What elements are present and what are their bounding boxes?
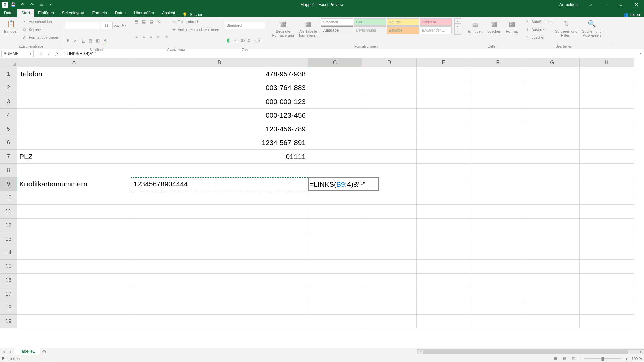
row-header[interactable]: 11 xyxy=(0,205,17,219)
cell-h12[interactable] xyxy=(580,219,634,232)
close-button[interactable]: ✕ xyxy=(629,0,644,9)
cell-a6[interactable] xyxy=(17,136,131,150)
format-painter-button[interactable]: 🖌Format übertragen xyxy=(22,34,59,41)
cell-c15[interactable] xyxy=(308,260,362,274)
row-header[interactable]: 16 xyxy=(0,274,17,287)
bold-button[interactable]: F xyxy=(65,37,72,44)
cell-f13[interactable] xyxy=(471,232,525,246)
ribbon-options-icon[interactable]: ▭ xyxy=(582,0,598,9)
cell-e14[interactable] xyxy=(417,246,471,260)
row-header[interactable]: 5 xyxy=(0,122,17,136)
cell-h11[interactable] xyxy=(580,205,634,219)
tab-file[interactable]: Datei xyxy=(0,9,17,17)
cell-d16[interactable] xyxy=(362,274,417,287)
cell-h4[interactable] xyxy=(580,109,634,122)
row-header[interactable]: 13 xyxy=(0,232,17,246)
row-header[interactable]: 12 xyxy=(0,219,17,232)
column-header-f[interactable]: F xyxy=(471,58,525,67)
cell-c1[interactable] xyxy=(308,67,362,81)
cell-e19[interactable] xyxy=(417,315,471,328)
signin-button[interactable]: Anmelden xyxy=(555,2,582,7)
cell-a11[interactable] xyxy=(17,205,131,219)
wrap-text-button[interactable]: ↩Textumbruch xyxy=(171,18,219,25)
cell-c8[interactable] xyxy=(308,164,362,177)
cell-f5[interactable] xyxy=(471,122,525,136)
cell-a18[interactable] xyxy=(17,301,131,315)
cell-c7[interactable] xyxy=(308,150,362,164)
tell-me-search[interactable]: 💡 Suchen xyxy=(179,12,207,17)
fill-button[interactable]: ↧Ausfüllen xyxy=(525,26,552,33)
enter-formula-button[interactable]: ✓ xyxy=(45,50,53,57)
cell-e3[interactable] xyxy=(417,95,471,109)
cell-g2[interactable] xyxy=(525,81,580,95)
tab-review[interactable]: Überprüfen xyxy=(130,9,158,17)
cell-e6[interactable] xyxy=(417,136,471,150)
row-header[interactable]: 6 xyxy=(0,136,17,150)
cell-c18[interactable] xyxy=(308,301,362,315)
cell-a17[interactable] xyxy=(17,287,131,301)
cell-f19[interactable] xyxy=(471,315,525,328)
cell-c3[interactable] xyxy=(308,95,362,109)
cell-e1[interactable] xyxy=(417,67,471,81)
cell-c19[interactable] xyxy=(308,315,362,328)
cell-b13[interactable] xyxy=(131,232,308,246)
cell-h16[interactable] xyxy=(580,274,634,287)
tab-pagelayout[interactable]: Seitenlayout xyxy=(58,9,88,17)
cell-g19[interactable] xyxy=(525,315,580,328)
row-header[interactable]: 2 xyxy=(0,81,17,95)
cell-f2[interactable] xyxy=(471,81,525,95)
insert-cells-button[interactable]: ▦Einfügen xyxy=(467,18,484,34)
row-header[interactable]: 14 xyxy=(0,246,17,260)
border-button[interactable]: ▦ xyxy=(87,37,94,44)
cell-a12[interactable] xyxy=(17,219,131,232)
styles-scroll-up-icon[interactable]: ▴ xyxy=(454,18,461,24)
cell-e2[interactable] xyxy=(417,81,471,95)
autosum-button[interactable]: ΣAutoSumme xyxy=(525,18,552,25)
cell-a14[interactable] xyxy=(17,246,131,260)
view-pagelayout-icon[interactable]: ▤ xyxy=(561,356,568,361)
column-header-g[interactable]: G xyxy=(525,58,580,67)
cell-c12[interactable] xyxy=(308,219,362,232)
cell-c4[interactable] xyxy=(308,109,362,122)
cell-h9[interactable] xyxy=(580,177,634,191)
cancel-formula-button[interactable]: ✕ xyxy=(37,50,45,57)
clear-button[interactable]: ◇Löschen xyxy=(525,34,552,41)
cell-f3[interactable] xyxy=(471,95,525,109)
cell-e7[interactable] xyxy=(417,150,471,164)
sheet-tab-tabelle1[interactable]: Tabelle1 xyxy=(15,348,40,355)
zoom-slider[interactable] xyxy=(584,358,621,359)
cell-d1[interactable] xyxy=(362,67,417,81)
cell-b16[interactable] xyxy=(131,274,308,287)
view-pagebreak-icon[interactable]: ▥ xyxy=(570,356,577,361)
cell-b5[interactable]: 123-456-789 xyxy=(131,122,308,136)
cell-f8[interactable] xyxy=(471,164,525,177)
cell-h6[interactable] xyxy=(580,136,634,150)
namebox-dropdown-icon[interactable]: ▾ xyxy=(30,52,31,55)
cell-f14[interactable] xyxy=(471,246,525,260)
cell-d18[interactable] xyxy=(362,301,417,315)
cell-d19[interactable] xyxy=(362,315,417,328)
cell-a2[interactable] xyxy=(17,81,131,95)
column-header-h[interactable]: H xyxy=(580,58,634,67)
cell-h19[interactable] xyxy=(580,315,634,328)
style-eingabe[interactable]: Eingabe xyxy=(387,26,419,34)
cell-g13[interactable] xyxy=(525,232,580,246)
column-header-d[interactable]: D xyxy=(362,58,417,67)
cell-e13[interactable] xyxy=(417,232,471,246)
paste-button[interactable]: 📋 Einfügen xyxy=(3,18,20,34)
cell-b4[interactable]: 000-123-456 xyxy=(131,109,308,122)
percent-format-icon[interactable]: % xyxy=(232,37,239,44)
cell-h5[interactable] xyxy=(580,122,634,136)
cell-d10[interactable] xyxy=(362,191,417,205)
cell-g1[interactable] xyxy=(525,67,580,81)
cell-c11[interactable] xyxy=(308,205,362,219)
cell-e16[interactable] xyxy=(417,274,471,287)
cell-a5[interactable] xyxy=(17,122,131,136)
cell-h15[interactable] xyxy=(580,260,634,274)
row-header[interactable]: 1 xyxy=(0,67,17,81)
cell-b18[interactable] xyxy=(131,301,308,315)
cell-a3[interactable] xyxy=(17,95,131,109)
cell-e8[interactable] xyxy=(417,164,471,177)
cell-e15[interactable] xyxy=(417,260,471,274)
row-header[interactable]: 10 xyxy=(0,191,17,205)
